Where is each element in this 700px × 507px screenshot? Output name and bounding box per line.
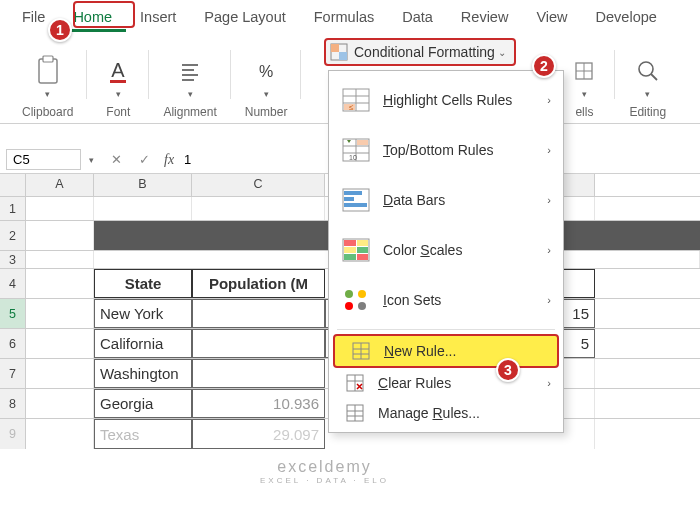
top-bottom-icon: 10 [341, 135, 371, 165]
menu-manage-rules[interactable]: Manage Rules... [329, 398, 563, 428]
group-font[interactable]: A ▾ Font [87, 42, 149, 119]
conditional-formatting-icon [330, 43, 348, 61]
cells-icon [567, 53, 601, 89]
svg-rect-36 [344, 247, 356, 253]
menu-highlight-cells-rules[interactable]: ≤ Highlight Cells Rules › [329, 75, 563, 125]
tab-developer[interactable]: Develope [582, 5, 671, 32]
chevron-right-icon: › [547, 294, 551, 306]
svg-text:≤: ≤ [349, 103, 354, 112]
chevron-down-icon[interactable]: ▾ [81, 155, 102, 165]
cell-population[interactable]: 29.097 [192, 419, 325, 449]
cell-state[interactable]: Georgia [94, 389, 192, 418]
cell[interactable] [26, 389, 94, 418]
group-label-font: Font [106, 105, 130, 119]
new-rule-icon [352, 342, 370, 360]
row-header-4[interactable]: 4 [0, 269, 26, 298]
svg-text:10: 10 [349, 154, 357, 161]
row-header-5[interactable]: 5 [0, 299, 26, 328]
menu-color-scales[interactable]: Color Scales › [329, 225, 563, 275]
menu-label: New Rule... [384, 343, 545, 359]
svg-rect-16 [339, 52, 347, 60]
col-header-C[interactable]: C [192, 174, 325, 196]
menu-label: Data Bars [383, 192, 547, 208]
tab-page-layout[interactable]: Page Layout [190, 5, 299, 32]
menu-icon-sets[interactable]: Icon Sets › [329, 275, 563, 325]
cell[interactable] [26, 221, 94, 250]
tab-view[interactable]: View [522, 5, 581, 32]
number-icon: % [249, 53, 283, 89]
th-state[interactable]: State [94, 269, 192, 298]
chevron-down-icon: ▾ [45, 89, 50, 99]
row-header-9[interactable]: 9 [0, 419, 26, 449]
color-scales-icon [341, 235, 371, 265]
cell-population[interactable]: 10.936 [192, 389, 325, 418]
conditional-formatting-label: Conditional Formatting [354, 44, 495, 60]
chevron-right-icon: › [547, 94, 551, 106]
chevron-right-icon: › [547, 377, 551, 389]
enter-formula-button[interactable]: ✓ [130, 152, 158, 167]
cell-population[interactable] [192, 329, 325, 358]
menu-new-rule[interactable]: New Rule... [333, 334, 559, 368]
cell-state[interactable]: New York [94, 299, 192, 328]
svg-point-42 [345, 302, 353, 310]
svg-point-43 [358, 302, 366, 310]
fx-icon[interactable]: fx [158, 152, 180, 168]
cell[interactable] [26, 197, 94, 220]
group-number[interactable]: % ▾ Number [231, 42, 302, 119]
menu-label: Icon Sets [383, 292, 547, 308]
group-editing[interactable]: ▾ Editing [615, 42, 680, 119]
chevron-down-icon: ▾ [116, 89, 121, 99]
chevron-down-icon: ▾ [645, 89, 650, 99]
cell-state[interactable]: Washington [94, 359, 192, 388]
cell[interactable] [192, 197, 325, 220]
group-clipboard[interactable]: ▾ Clipboard [8, 42, 87, 119]
col-header-A[interactable]: A [26, 174, 94, 196]
group-alignment[interactable]: ▾ Alignment [149, 42, 230, 119]
cell[interactable] [26, 299, 94, 328]
group-label-clipboard: Clipboard [22, 105, 73, 119]
group-label-editing: Editing [629, 105, 666, 119]
cell-state[interactable]: California [94, 329, 192, 358]
group-label-number: Number [245, 105, 288, 119]
cell[interactable] [26, 269, 94, 298]
th-population[interactable]: Population (M [192, 269, 325, 298]
conditional-formatting-button[interactable]: Conditional Formatting ⌄ [324, 38, 516, 66]
highlight-cells-icon: ≤ [341, 85, 371, 115]
row-header-7[interactable]: 7 [0, 359, 26, 388]
menu-top-bottom-rules[interactable]: 10 Top/Bottom Rules › [329, 125, 563, 175]
font-icon: A [101, 53, 135, 89]
menu-clear-rules[interactable]: Clear Rules › [329, 368, 563, 398]
tab-data[interactable]: Data [388, 5, 447, 32]
cell-population[interactable] [192, 299, 325, 328]
cell[interactable] [26, 251, 94, 268]
cell[interactable] [26, 359, 94, 388]
cell[interactable] [94, 197, 192, 220]
cell-state[interactable]: Texas [94, 419, 192, 449]
row-header-3[interactable]: 3 [0, 251, 26, 268]
cell[interactable] [26, 329, 94, 358]
row-header-2[interactable]: 2 [0, 221, 26, 250]
menu-data-bars[interactable]: Data Bars › [329, 175, 563, 225]
menu-label: Top/Bottom Rules [383, 142, 547, 158]
svg-line-13 [651, 74, 657, 80]
cell[interactable] [26, 419, 94, 449]
row-header-1[interactable]: 1 [0, 197, 26, 220]
col-header-B[interactable]: B [94, 174, 192, 196]
tab-review[interactable]: Review [447, 5, 523, 32]
tab-formulas[interactable]: Formulas [300, 5, 388, 32]
select-all-corner[interactable] [0, 174, 26, 196]
svg-rect-37 [357, 247, 368, 253]
cancel-formula-button[interactable]: ✕ [102, 152, 130, 167]
row-header-6[interactable]: 6 [0, 329, 26, 358]
chevron-down-icon: ▾ [188, 89, 193, 99]
watermark: exceldemy EXCEL · DATA · ELO [260, 458, 389, 485]
svg-point-40 [345, 290, 353, 298]
svg-rect-39 [357, 254, 368, 260]
menu-label: Color Scales [383, 242, 547, 258]
tab-insert[interactable]: Insert [126, 5, 190, 32]
ribbon-tabs: File Home Insert Page Layout Formulas Da… [0, 0, 700, 32]
cell-population[interactable] [192, 359, 325, 388]
annotation-badge-3: 3 [496, 358, 520, 382]
row-header-8[interactable]: 8 [0, 389, 26, 418]
name-box[interactable] [6, 149, 81, 170]
